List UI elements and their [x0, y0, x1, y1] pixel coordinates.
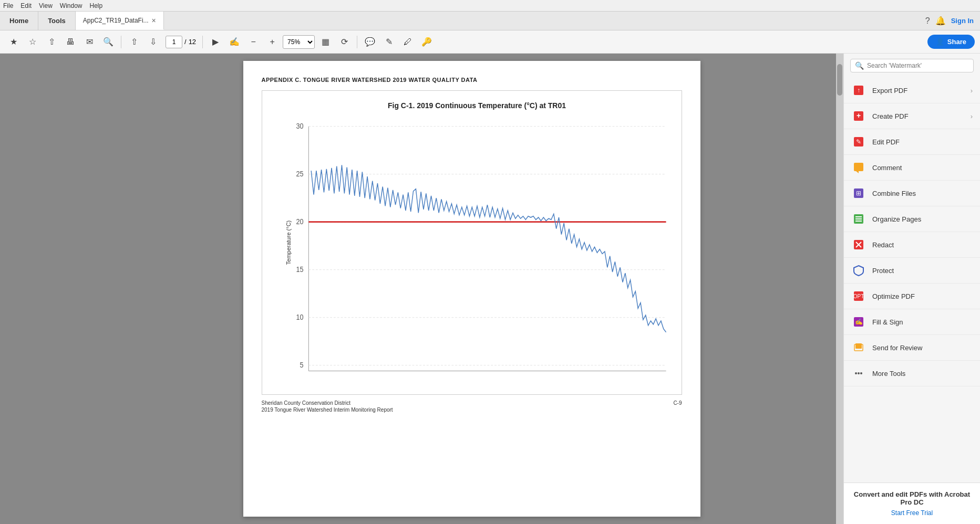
create-pdf-icon: +	[851, 109, 866, 123]
search-icon: 🔍	[855, 61, 864, 70]
tab-home[interactable]: Home	[0, 12, 38, 30]
menu-view[interactable]: View	[39, 2, 53, 9]
start-trial-link[interactable]: Start Free Trial	[851, 509, 973, 517]
more-tools-label: More Tools	[872, 370, 973, 378]
select-tool-button[interactable]: ▶	[207, 34, 224, 50]
export-pdf-arrow: ›	[971, 87, 973, 95]
organize-pages-icon	[851, 212, 866, 226]
rotate-button[interactable]: ⟳	[336, 34, 353, 50]
upload-button[interactable]: ⇧	[43, 34, 60, 50]
notifications-icon[interactable]: 🔔	[935, 16, 946, 26]
zoom-out-button[interactable]: −	[245, 34, 262, 50]
svg-text:OPT: OPT	[853, 294, 864, 299]
help-icon[interactable]: ?	[925, 16, 930, 26]
tool-item-combine-files[interactable]: ⊞Combine Files	[844, 181, 980, 206]
menu-window[interactable]: Window	[60, 2, 82, 9]
menu-help[interactable]: Help	[90, 2, 103, 9]
tool-item-optimize-pdf[interactable]: OPTOptimize PDF	[844, 284, 980, 309]
page-number-input[interactable]	[166, 36, 182, 48]
redact-icon	[851, 237, 866, 252]
footer-line2: 2019 Tongue River Watershed Interim Moni…	[262, 407, 393, 413]
pdf-page: APPENDIX C. TONGUE RIVER WATERSHED 2019 …	[243, 61, 700, 517]
tool-item-create-pdf[interactable]: +Create PDF›	[844, 103, 980, 129]
pdf-footer: Sheridan County Conservation District 20…	[262, 400, 682, 413]
tool-item-comment[interactable]: Comment	[844, 155, 980, 181]
send-review-label: Send for Review	[872, 344, 973, 352]
redact-label: Redact	[872, 241, 973, 249]
convert-box: Convert and edit PDFs with Acrobat Pro D…	[844, 483, 980, 524]
share-label: Share	[947, 38, 966, 46]
y-axis-label: Temperature (°C)	[285, 221, 292, 265]
comment-icon	[851, 160, 866, 175]
svg-rect-21	[854, 163, 863, 171]
sign-in-label[interactable]: Sign In	[951, 17, 974, 25]
tool-item-edit-pdf[interactable]: ✎Edit PDF	[844, 129, 980, 155]
tool-item-fill-sign[interactable]: ✍Fill & Sign	[844, 309, 980, 335]
search-box: 🔍	[850, 59, 974, 72]
search-input[interactable]	[867, 62, 969, 69]
svg-marker-22	[856, 171, 859, 173]
close-tab-button[interactable]: ×	[152, 16, 156, 25]
pdf-header: APPENDIX C. TONGUE RIVER WATERSHED 2019 …	[262, 77, 682, 83]
comment-label: Comment	[872, 164, 973, 172]
comment-tool-button[interactable]: 💬	[362, 34, 378, 50]
svg-text:↑: ↑	[857, 87, 860, 94]
optimize-pdf-label: Optimize PDF	[872, 292, 973, 300]
menu-edit[interactable]: Edit	[20, 2, 32, 9]
favorites-button[interactable]: ☆	[24, 34, 41, 50]
export-pdf-label: Export PDF	[872, 87, 964, 95]
left-panel	[0, 54, 100, 524]
svg-text:⊞: ⊞	[856, 190, 861, 197]
tool-item-export-pdf[interactable]: ↑Export PDF›	[844, 78, 980, 103]
send-review-icon	[851, 340, 866, 355]
share-button[interactable]: 👤 Share	[927, 35, 975, 49]
more-tools-icon	[851, 366, 866, 381]
tab-bar: Home Tools AppC2_TR19_DataFi... × ? 🔔 Si…	[0, 12, 980, 30]
menu-file[interactable]: File	[3, 2, 13, 9]
svg-point-39	[858, 372, 860, 374]
export-pdf-icon: ↑	[851, 83, 866, 98]
page-total: 12	[189, 38, 196, 46]
tool-item-protect[interactable]: Protect	[844, 258, 980, 284]
next-page-button[interactable]: ⇩	[145, 34, 161, 50]
vertical-scrollbar[interactable]	[836, 54, 843, 524]
svg-text:✍: ✍	[855, 318, 863, 326]
tool-item-organize-pages[interactable]: Organize Pages	[844, 206, 980, 232]
toolbar: ★ ☆ ⇧ 🖶 ✉ 🔍 ⇧ ⇩ / 12 ▶ ✍ − + 75% 50% 100…	[0, 30, 980, 54]
hand-tool-button[interactable]: ✍	[226, 34, 243, 50]
print-button[interactable]: 🖶	[62, 34, 79, 50]
footer-line1: Sheridan County Conservation District	[262, 400, 393, 406]
right-panel: 🔍 ↑Export PDF›+Create PDF›✎Edit PDFComme…	[843, 54, 980, 524]
chart-container: Fig C-1. 2019 Continuous Temperature (°C…	[262, 90, 682, 395]
tab-document[interactable]: AppC2_TR19_DataFi... ×	[76, 12, 164, 30]
footer-page: C-9	[673, 400, 682, 413]
zoom-in-button[interactable]: +	[264, 34, 281, 50]
pdf-area: APPENDIX C. TONGUE RIVER WATERSHED 2019 …	[100, 54, 843, 524]
pdf-footer-left: Sheridan County Conservation District 20…	[262, 400, 393, 413]
bookmark-button[interactable]: ★	[5, 34, 22, 50]
edit-pdf-label: Edit PDF	[872, 138, 973, 146]
svg-text:15: 15	[296, 265, 303, 274]
chart-title: Fig C-1. 2019 Continuous Temperature (°C…	[278, 101, 676, 110]
fit-page-button[interactable]: ▦	[317, 34, 334, 50]
protect-icon	[851, 263, 866, 278]
email-button[interactable]: ✉	[81, 34, 98, 50]
draw-button[interactable]: 🖊	[399, 34, 416, 50]
svg-point-38	[855, 372, 857, 374]
tool-item-more-tools[interactable]: More Tools	[844, 361, 980, 386]
zoom-select[interactable]: 75% 50% 100% 125% 150%	[283, 35, 315, 49]
page-nav: / 12	[166, 36, 196, 48]
tab-tools[interactable]: Tools	[38, 12, 76, 30]
svg-text:10: 10	[296, 313, 303, 321]
highlight-button[interactable]: ✎	[380, 34, 397, 50]
tool-list: ↑Export PDF›+Create PDF›✎Edit PDFComment…	[844, 78, 980, 483]
scrollbar-thumb[interactable]	[837, 64, 842, 96]
svg-point-40	[860, 372, 862, 374]
tool-item-send-review[interactable]: Send for Review	[844, 335, 980, 361]
prev-page-button[interactable]: ⇧	[126, 34, 142, 50]
create-pdf-label: Create PDF	[872, 112, 964, 120]
search-button[interactable]: 🔍	[100, 34, 117, 50]
protect-label: Protect	[872, 267, 973, 275]
stamp-button[interactable]: 🔑	[418, 34, 435, 50]
tool-item-redact[interactable]: Redact	[844, 232, 980, 258]
